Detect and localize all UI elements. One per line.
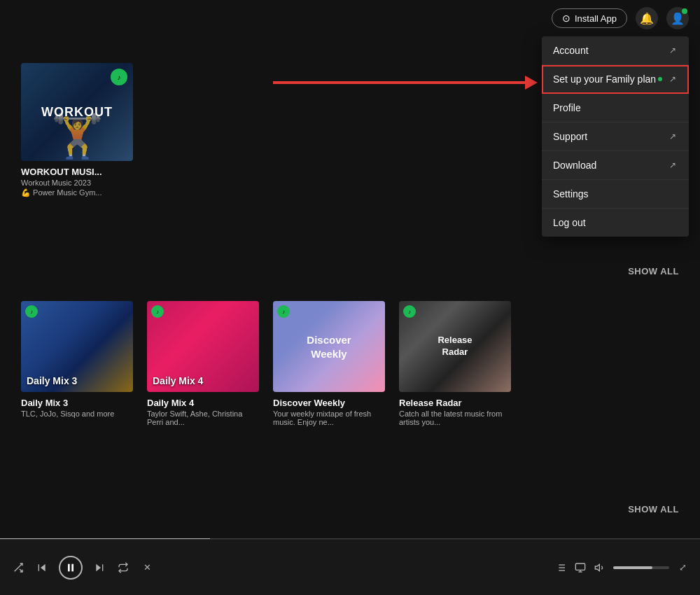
spotify-icon-4: ♪ <box>403 305 416 318</box>
daily-mix-3-card[interactable]: ♪ Daily Mix 3 Daily Mix 3 TLC, JoJo, Sis… <box>21 301 133 426</box>
daily-mix-3-thumbnail: ♪ Daily Mix 3 <box>21 301 133 392</box>
spotify-icon-3: ♪ <box>277 305 290 318</box>
shuffle-button[interactable] <box>11 561 25 575</box>
devices-button[interactable] <box>574 561 587 574</box>
player-right-controls: ⤢ <box>356 561 689 574</box>
repeat-button[interactable] <box>116 561 130 575</box>
bell-icon: 🔔 <box>640 12 654 25</box>
lyrics-button[interactable]: ✕ <box>140 561 154 575</box>
release-radar-thumbnail: ♪ ReleaseRadar <box>399 301 511 392</box>
menu-item-download[interactable]: Download ↗ <box>542 151 689 180</box>
download-label: Download <box>553 160 596 171</box>
volume-slider[interactable] <box>613 566 669 569</box>
install-app-label: Install App <box>575 13 617 24</box>
daily-mix-4-subtitle: Taylor Swift, Ashe, Christina Perri and.… <box>147 410 259 426</box>
notifications-button[interactable]: 🔔 <box>636 7 658 29</box>
daily-mix-4-thumbnail: ♪ Daily Mix 4 <box>147 301 259 392</box>
family-plan-label: Set up your Family plan <box>553 74 656 85</box>
release-radar-title: Release Radar <box>399 398 511 408</box>
player-bar: ✕ <box>0 539 700 595</box>
menu-item-account[interactable]: Account ↗ <box>542 36 689 65</box>
daily-mix-3-title: Daily Mix 3 <box>21 398 133 408</box>
menu-item-family-plan[interactable]: Set up your Family plan ↗ <box>542 65 689 94</box>
logout-label: Log out <box>553 217 586 228</box>
red-arrow-annotation <box>273 76 538 90</box>
user-dot <box>682 8 687 14</box>
daily-mix-4-title: Daily Mix 4 <box>147 398 259 408</box>
skip-back-button[interactable] <box>35 561 49 575</box>
daily-mix-4-thumb-label: Daily Mix 4 <box>153 375 203 386</box>
account-label: Account <box>553 45 589 56</box>
user-menu-button[interactable]: 👤 <box>666 7 689 29</box>
mix-cards-row: ♪ Daily Mix 3 Daily Mix 3 TLC, JoJo, Sis… <box>21 301 511 426</box>
volume-fill <box>613 566 652 569</box>
daily-mix-3-subtitle: TLC, JoJo, Sisqo and more <box>21 410 133 418</box>
menu-item-support[interactable]: Support ↗ <box>542 122 689 151</box>
play-pause-button[interactable] <box>59 556 83 580</box>
external-link-icon-3: ↗ <box>668 132 678 141</box>
settings-label: Settings <box>553 188 589 200</box>
discover-weekly-title: Discover Weekly <box>273 398 385 408</box>
spotify-icon-2: ♪ <box>151 305 164 318</box>
discover-weekly-thumb-label: DiscoverWeekly <box>307 333 351 360</box>
family-plan-dot <box>658 77 662 81</box>
family-plan-right: ↗ <box>658 74 678 84</box>
discover-weekly-card[interactable]: ♪ DiscoverWeekly Discover Weekly Your we… <box>273 301 385 426</box>
queue-button[interactable] <box>554 561 567 574</box>
workout-card[interactable]: ♪ 🏋️ WORKOUT WORKOUT MUSI... Workout Mus… <box>21 63 133 197</box>
arrow-line <box>273 81 525 84</box>
svg-marker-17 <box>595 564 599 570</box>
arrow-head <box>525 76 538 90</box>
workout-card-title: WORKOUT MUSI... <box>21 167 133 177</box>
daily-mix-3-thumb-label: Daily Mix 3 <box>27 375 77 386</box>
top-bar: ⊙ Install App 🔔 👤 <box>540 0 700 36</box>
show-all-button-2[interactable]: Show all <box>628 504 679 514</box>
release-radar-subtitle: Catch all the latest music from artists … <box>399 410 511 426</box>
workout-thumbnail: ♪ 🏋️ WORKOUT <box>21 63 133 161</box>
svg-rect-5 <box>71 564 74 571</box>
volume-icon <box>594 561 606 574</box>
menu-item-settings[interactable]: Settings <box>542 180 689 209</box>
fullscreen-button[interactable]: ⤢ <box>676 561 689 574</box>
spotify-icon-1: ♪ <box>25 305 38 318</box>
workout-thumb-title: WORKOUT <box>41 105 113 120</box>
spotify-logo: ♪ <box>111 69 127 85</box>
discover-weekly-thumbnail: ♪ DiscoverWeekly <box>273 301 385 392</box>
workout-card-creator: 💪 Power Music Gym... <box>21 188 133 197</box>
support-label: Support <box>553 131 587 142</box>
discover-weekly-subtitle: Your weekly mixtape of fresh music. Enjo… <box>273 410 385 426</box>
install-icon: ⊙ <box>562 13 570 24</box>
release-radar-card[interactable]: ♪ ReleaseRadar Release Radar Catch all t… <box>399 301 511 426</box>
daily-mix-4-card[interactable]: ♪ Daily Mix 4 Daily Mix 4 Taylor Swift, … <box>147 301 259 426</box>
release-radar-thumb-label: ReleaseRadar <box>438 335 472 358</box>
menu-item-profile[interactable]: Profile <box>542 94 689 122</box>
external-link-icon: ↗ <box>668 46 678 55</box>
svg-marker-2 <box>41 564 46 571</box>
skip-forward-button[interactable] <box>92 561 106 575</box>
svg-rect-4 <box>68 564 70 571</box>
svg-marker-6 <box>96 564 101 571</box>
dropdown-menu: Account ↗ Set up your Family plan ↗ Prof… <box>542 36 689 237</box>
external-link-icon-4: ↗ <box>668 160 678 170</box>
profile-label: Profile <box>553 102 581 113</box>
player-controls: ✕ <box>11 556 344 580</box>
show-all-button-1[interactable]: Show all <box>628 266 679 276</box>
external-link-icon-2: ↗ <box>668 74 678 84</box>
workout-card-subtitle: Workout Music 2023 <box>21 178 133 187</box>
menu-item-logout[interactable]: Log out <box>542 209 689 237</box>
install-app-button[interactable]: ⊙ Install App <box>552 8 627 28</box>
svg-rect-14 <box>575 564 584 570</box>
